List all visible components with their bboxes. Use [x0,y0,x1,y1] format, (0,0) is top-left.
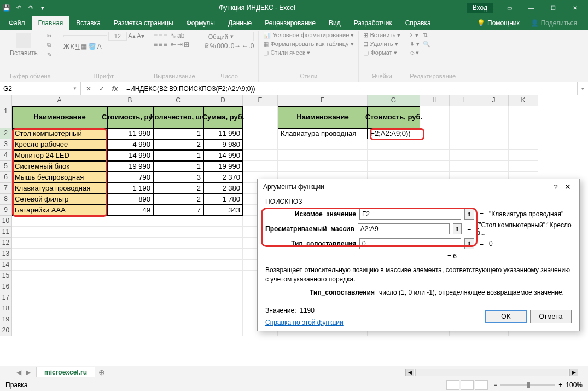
view-page-break-icon[interactable] [475,380,488,390]
cell-a3[interactable]: Кресло рабочее [12,139,107,150]
currency-icon[interactable]: ₽ [205,42,209,50]
cell[interactable] [153,281,203,292]
cell[interactable] [509,161,538,172]
cell-c7[interactable]: 2 [153,183,203,194]
cell[interactable] [12,325,107,336]
tab-help[interactable]: Справка [399,16,438,30]
cell[interactable] [153,238,203,249]
cell[interactable] [203,238,243,249]
wrap-text-icon[interactable]: ab [177,32,184,39]
align-left-icon[interactable]: ≡ [154,41,158,48]
font-size-combo[interactable]: 12 [108,32,127,41]
increase-font-icon[interactable]: A▴ [128,32,136,40]
row-header-19[interactable]: 19 [0,314,12,325]
cell-b4[interactable]: 14 990 [107,150,153,161]
horizontal-scrollbar[interactable] [415,369,568,376]
cell[interactable] [420,161,450,172]
tab-review[interactable]: Рецензирование [258,16,322,30]
tab-home[interactable]: Главная [32,16,70,30]
format-as-table-button[interactable]: ▦ Форматировать как таблицу ▾ [263,41,354,48]
cell-g5[interactable] [368,161,420,172]
cell[interactable] [420,128,450,139]
enter-formula-icon[interactable]: ✓ [95,85,108,93]
zoom-in-icon[interactable]: + [558,381,562,389]
cell-d6[interactable]: 2 370 [203,172,243,183]
row-header-9[interactable]: 9 [0,205,12,216]
col-header-F[interactable]: F [278,95,368,106]
fx-icon[interactable]: fx [108,85,121,93]
cell[interactable] [420,139,450,150]
col-header-K[interactable]: K [509,95,538,106]
tab-formulas[interactable]: Формулы [180,16,222,30]
function-help-link[interactable]: Справка по этой функции [265,319,344,326]
cell[interactable] [12,216,107,227]
fill-icon[interactable]: ⬇ ▾ [410,41,420,48]
scroll-right-icon[interactable]: ▶ [569,369,578,376]
zoom-level[interactable]: 100% [566,381,583,389]
cell-g3[interactable] [368,139,420,150]
cell[interactable] [450,150,479,161]
tab-file[interactable]: Файл [2,16,32,30]
login-button[interactable]: Вход [467,3,493,13]
cell-d3[interactable]: 9 980 [203,139,243,150]
row-header-16[interactable]: 16 [0,281,12,292]
cell[interactable] [153,303,203,314]
cell-a4[interactable]: Монитор 24 LED [12,150,107,161]
format-cells-button[interactable]: ▢ Формат ▾ [363,49,400,56]
dialog-close-icon[interactable]: ✕ [562,182,574,191]
cell[interactable] [203,260,243,271]
percent-icon[interactable]: % [210,42,216,50]
cell[interactable] [203,281,243,292]
dialog-help-icon[interactable]: ? [550,183,562,191]
tab-data[interactable]: Данные [222,16,258,30]
cell-f5[interactable] [278,161,368,172]
cell[interactable] [153,216,203,227]
scroll-left-icon[interactable]: ◀ [405,369,414,376]
view-normal-icon[interactable] [446,380,459,390]
sort-filter-icon[interactable]: ⇅ [423,32,430,39]
cell[interactable] [203,227,243,238]
delete-cells-button[interactable]: ⊟ Удалить ▾ [363,41,400,48]
align-middle-icon[interactable]: ≡ [159,32,162,39]
font-name-combo[interactable] [63,35,107,37]
cell-g4[interactable] [368,150,420,161]
cell-b8[interactable]: 890 [107,194,153,205]
align-top-icon[interactable]: ≡ [154,32,158,39]
cell-b7[interactable]: 1 190 [107,183,153,194]
assistant-button[interactable]: 💡Помощник [471,16,525,30]
cell[interactable] [107,216,153,227]
cell[interactable] [107,325,153,336]
sheet-tab-active[interactable]: microexcel.ru [36,367,95,377]
autosum-icon[interactable]: Σ ▾ [410,32,420,39]
col-header-A[interactable]: A [12,95,107,106]
cell-styles-button[interactable]: ▢ Стили ячеек ▾ [263,49,354,56]
cell[interactable] [107,271,153,281]
cell[interactable] [12,303,107,314]
cell[interactable] [450,128,479,139]
arg-input-match-type[interactable] [359,238,461,249]
qat-dropdown-icon[interactable]: ▾ [38,3,47,12]
cell-d9[interactable]: 343 [203,205,243,216]
cell[interactable] [107,303,153,314]
dialog-titlebar[interactable]: Аргументы функции ? ✕ [258,179,579,194]
cell[interactable] [153,260,203,271]
number-format-combo[interactable]: Общий▾ [205,32,254,41]
cancel-formula-icon[interactable]: ✕ [82,85,95,93]
range-select-icon[interactable]: ⬆ [464,238,474,249]
align-right-icon[interactable]: ≡ [164,41,167,48]
tab-layout[interactable]: Разметка страницы [107,16,180,30]
cell-a9[interactable]: Батарейки AAA [12,205,107,216]
cell-e4[interactable] [243,150,278,161]
cell[interactable] [203,292,243,303]
cell[interactable] [107,292,153,303]
cell[interactable] [12,238,107,249]
name-box-dropdown-icon[interactable]: ▼ [73,86,77,91]
cell[interactable] [203,325,243,336]
add-sheet-icon[interactable]: ⊕ [95,368,108,377]
cell-b2[interactable]: 11 990 [107,128,153,139]
cell[interactable] [479,139,509,150]
cell[interactable] [12,260,107,271]
maximize-icon[interactable]: ☐ [542,0,564,15]
merge-icon[interactable]: ⊞ [184,41,189,48]
cell-a6[interactable]: Мышь беспроводная [12,172,107,183]
